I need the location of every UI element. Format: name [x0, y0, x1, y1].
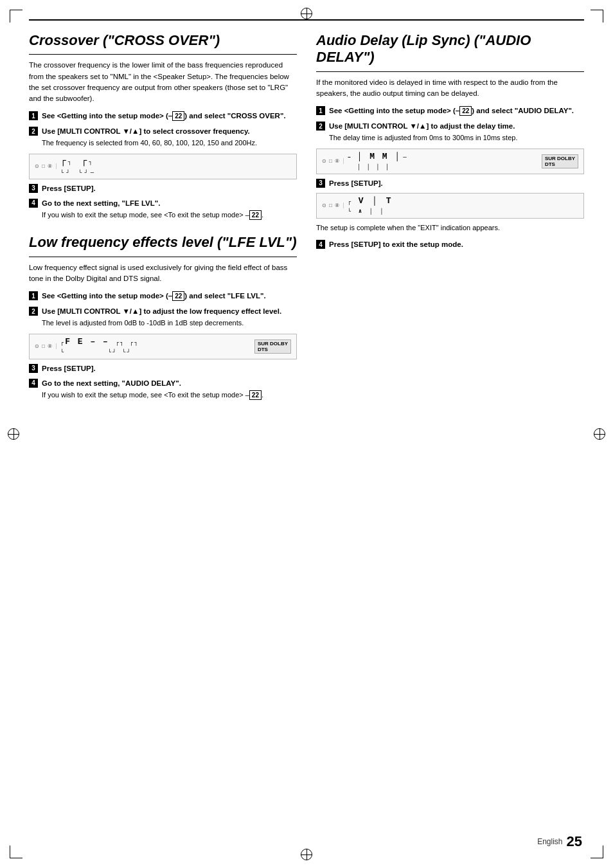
- display-icons-co: ⊙ □ ⑧: [35, 163, 57, 169]
- crosshair-top: [301, 8, 312, 19]
- lfe-step2-sub: The level is adjusted from 0dB to -10dB …: [42, 318, 297, 329]
- crossover-step-3: 3 Press [SETUP].: [29, 183, 297, 193]
- crosshair-left: [8, 428, 19, 440]
- footer-page-number: 25: [567, 833, 582, 850]
- ad-step3-text: Press [SETUP].: [329, 179, 383, 187]
- lfe-step3-text: Press [SETUP].: [42, 365, 96, 372]
- step2-text: Use [MULTI CONTROL ▼/▲] to select crosso…: [42, 127, 250, 135]
- ad-step4-text: Press [SETUP] to exit the setup mode.: [329, 240, 463, 248]
- display-seg-lfe: ┌F E – – ┌┐ ┌┐ └ └┘ └┘: [60, 337, 251, 356]
- icon-co-3: ⑧: [48, 163, 52, 169]
- page-footer: English 25: [537, 833, 582, 850]
- lfe-step-num-3: 3: [29, 364, 38, 373]
- crossover-step-4: 4 Go to the next setting, "LFE LVL". If …: [29, 198, 297, 221]
- crossover-step-2: 2 Use [MULTI CONTROL ▼/▲] to select cros…: [29, 126, 297, 149]
- icon-ad1-3: ⑧: [335, 158, 339, 164]
- ad-step-1: 1 See <Getting into the setup mode> (–22…: [316, 105, 584, 116]
- icon-ad1-2: □: [329, 158, 332, 164]
- audio-delay-intro: If the monitored video is delayed in tim…: [316, 77, 584, 100]
- corner-mark-tl: [10, 10, 22, 23]
- step-content-3: Press [SETUP].: [42, 183, 297, 193]
- step-content-2: Use [MULTI CONTROL ▼/▲] to select crosso…: [42, 126, 297, 149]
- audio-delay-hr: [316, 71, 584, 72]
- crossover-section: Crossover ("CROSS OVER") The crossover f…: [29, 32, 297, 220]
- lfe-step-num-4: 4: [29, 379, 38, 388]
- display-icons-ad1: ⊙ □ ⑧: [322, 158, 344, 164]
- display-icons-lfe: ⊙ □ ⑧: [35, 343, 57, 349]
- step-num-1: 1: [29, 111, 38, 120]
- page-container: Crossover ("CROSS OVER") The crossover f…: [0, 0, 613, 868]
- lfe-step-num-1: 1: [29, 291, 38, 300]
- icon-co-1: ⊙: [35, 163, 39, 169]
- ad-step-num-1: 1: [316, 106, 325, 115]
- ad-step2-text: Use [MULTI CONTROL ▼/▲] to adjust the de…: [329, 122, 515, 130]
- display-right-ad1: SUR DOLBYDTS: [542, 154, 578, 168]
- lfe-step1-text: See <Getting into the setup mode> (–22) …: [42, 292, 266, 300]
- crossover-title: Crossover ("CROSS OVER"): [29, 32, 297, 49]
- crosshair-bottom: [301, 849, 312, 860]
- right-column: Audio Delay (Lip Sync) ("AUDIO DELAY") I…: [316, 32, 584, 405]
- icon-co-2: □: [42, 163, 45, 169]
- ad-step-num-3: 3: [316, 179, 325, 188]
- step3-text: Press [SETUP].: [42, 185, 96, 192]
- step4-sub: If you wish to exit the setup mode, see …: [42, 210, 297, 221]
- footer-language: English: [537, 837, 562, 846]
- ad-step1-text: See <Getting into the setup mode> (–22) …: [329, 107, 574, 114]
- display-icons-ad2: ⊙ □ ⑧: [322, 203, 344, 208]
- ad-step-content-1: See <Getting into the setup mode> (–22) …: [329, 105, 584, 116]
- ref-22-lfe4: 22: [249, 390, 262, 400]
- ref-22-co4: 22: [249, 210, 262, 220]
- icon-lfe-3: ⑧: [48, 343, 52, 349]
- lfe-display: ⊙ □ ⑧ ┌F E – – ┌┐ ┌┐ └ └┘ └┘ SUR DOLBYDT…: [29, 334, 297, 359]
- lfe-hr: [29, 257, 297, 257]
- icon-ad1-1: ⊙: [322, 158, 326, 164]
- lfe-title: Low frequency effects level ("LFE LVL"): [29, 234, 297, 251]
- ref-22-ad1: 22: [459, 106, 472, 116]
- corner-mark-tr: [591, 10, 603, 23]
- crosshair-right: [594, 428, 605, 440]
- step-num-2: 2: [29, 127, 38, 136]
- lfe-step-3: 3 Press [SETUP].: [29, 363, 297, 373]
- ad-step-content-2: Use [MULTI CONTROL ▼/▲] to adjust the de…: [329, 121, 584, 143]
- crossover-step-1: 1 See <Getting into the setup mode> (–22…: [29, 111, 297, 121]
- step1-text: See <Getting into the setup mode> (–22) …: [42, 112, 286, 120]
- ad-display-2: ⊙ □ ⑧ ┌ V │ T └ ∧ │ │: [316, 193, 584, 219]
- display-right-lfe: SUR DOLBYDTS: [254, 339, 291, 354]
- step-content-4: Go to the next setting, "LFE LVL". If yo…: [42, 198, 297, 221]
- ad-step-content-4: Press [SETUP] to exit the setup mode.: [329, 239, 584, 249]
- lfe-step-content-4: Go to the next setting, "AUDIO DELAY". I…: [42, 378, 297, 401]
- display-seg-ad1: – │ M M │─ │ │ │ │: [348, 152, 538, 171]
- top-rule: [29, 19, 584, 21]
- icon-ad2-3: ⑧: [335, 203, 339, 208]
- lfe-step-content-3: Press [SETUP].: [42, 363, 297, 373]
- icon-ad2-1: ⊙: [322, 203, 326, 208]
- lfe-step-1: 1 See <Getting into the setup mode> (–22…: [29, 291, 297, 301]
- ad-step-2: 2 Use [MULTI CONTROL ▼/▲] to adjust the …: [316, 121, 584, 143]
- icon-lfe-2: □: [42, 343, 45, 349]
- ad-step-4: 4 Press [SETUP] to exit the setup mode.: [316, 239, 584, 249]
- ad-step-num-2: 2: [316, 122, 325, 131]
- two-column-layout: Crossover ("CROSS OVER") The crossover f…: [29, 32, 584, 405]
- corner-mark-bl: [10, 845, 22, 858]
- step-num-3: 3: [29, 184, 38, 193]
- crossover-intro: The crossover frequency is the lower lim…: [29, 60, 297, 104]
- step4-text: Go to the next setting, "LFE LVL".: [42, 199, 160, 207]
- lfe-step-4: 4 Go to the next setting, "AUDIO DELAY".…: [29, 378, 297, 401]
- step-content-1: See <Getting into the setup mode> (–22) …: [42, 111, 297, 121]
- ad-step-3: 3 Press [SETUP].: [316, 178, 584, 188]
- lfe-step4-text: Go to the next setting, "AUDIO DELAY".: [42, 379, 181, 387]
- crossover-display: ⊙ □ ⑧ ┌┐ ┌┐ └┘ └┘─: [29, 154, 297, 179]
- step2-sub: The frequency is selected from 40, 60, 8…: [42, 138, 297, 149]
- lfe-step-content-1: See <Getting into the setup mode> (–22) …: [42, 291, 297, 301]
- lfe-step4-sub: If you wish to exit the setup mode, see …: [42, 390, 297, 401]
- ad-display-1: ⊙ □ ⑧ – │ M M │─ │ │ │ │ SUR DOLBYDTS: [316, 149, 584, 174]
- crossover-hr: [29, 54, 297, 55]
- audio-delay-title: Audio Delay (Lip Sync) ("AUDIO DELAY"): [316, 32, 584, 66]
- lfe-step-content-2: Use [MULTI CONTROL ▼/▲] to adjust the lo…: [42, 306, 297, 329]
- display-seg-co: ┌┐ ┌┐ └┘ └┘─: [60, 156, 291, 177]
- lfe-step-num-2: 2: [29, 307, 38, 316]
- audio-delay-section: Audio Delay (Lip Sync) ("AUDIO DELAY") I…: [316, 32, 584, 249]
- ref-22-lfe1: 22: [172, 291, 184, 301]
- ad-step3-sub: The setup is complete when the "EXIT" in…: [316, 222, 584, 233]
- lfe-step-2: 2 Use [MULTI CONTROL ▼/▲] to adjust the …: [29, 306, 297, 329]
